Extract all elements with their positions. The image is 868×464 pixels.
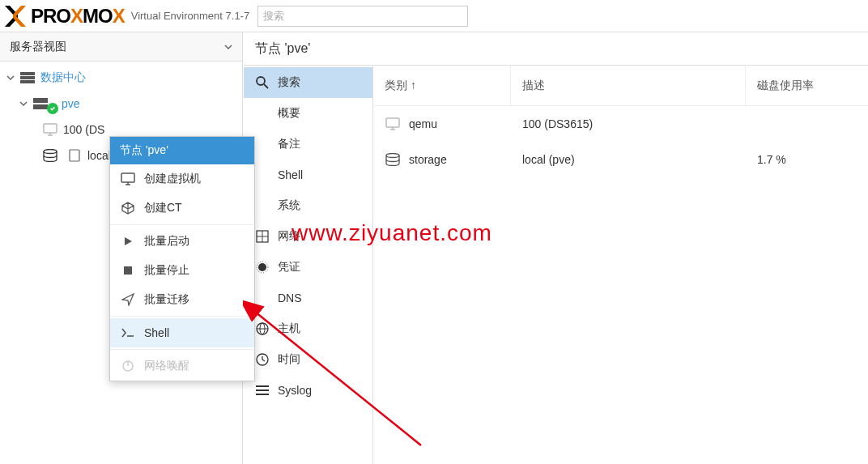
storage-icon — [385, 153, 401, 166]
tree-node-pve[interactable]: pve — [0, 91, 242, 117]
svg-rect-3 — [33, 98, 48, 103]
menu-label: Syslog — [278, 384, 312, 397]
header: PROXMOX Virtual Environment 7.1-7 — [0, 0, 868, 32]
menu-dns[interactable]: DNS — [244, 283, 372, 313]
context-menu: 节点 'pve' 创建虚拟机 创建CT 批量启动 批量停止 批量迁移 — [109, 136, 255, 381]
tree-datacenter[interactable]: 数据中心 — [0, 65, 242, 91]
brand-text: PROXMOX — [31, 5, 125, 28]
cube-icon — [120, 202, 136, 215]
menu-label: DNS — [278, 292, 302, 304]
svg-line-29 — [262, 360, 265, 361]
context-menu-title: 节点 'pve' — [110, 137, 254, 164]
th-desc[interactable]: 描述 — [511, 66, 746, 105]
monitor-icon — [385, 117, 401, 130]
table-row[interactable]: qemu 100 (DS3615) — [373, 106, 868, 142]
svg-rect-13 — [124, 266, 132, 275]
cert-icon — [255, 261, 270, 274]
menu-search[interactable]: 搜索 — [244, 67, 372, 98]
menu-time[interactable]: 时间 — [244, 344, 372, 375]
cm-bulk-start[interactable]: 批量启动 — [110, 227, 254, 256]
list-icon — [255, 385, 270, 396]
menu-cert[interactable]: 凭证 — [244, 252, 372, 283]
cm-bulk-stop[interactable]: 批量停止 — [110, 256, 254, 285]
search-input[interactable] — [257, 6, 468, 27]
stop-icon — [120, 265, 136, 276]
svg-rect-5 — [44, 124, 57, 133]
th-disk[interactable]: 磁盘使用率 — [746, 66, 868, 105]
cm-label: 批量迁移 — [144, 292, 189, 307]
cm-shell[interactable]: Shell — [110, 318, 254, 347]
cell-desc: 100 (DS3615) — [522, 117, 593, 130]
cm-create-vm[interactable]: 创建虚拟机 — [110, 164, 254, 194]
resource-table: 类别 ↑ 描述 磁盘使用率 qemu 100 (DS3615) storage — [373, 66, 868, 464]
menu-label: 网络 — [278, 229, 300, 244]
monitor-icon — [42, 123, 58, 136]
cm-label: 网络唤醒 — [144, 359, 189, 373]
separator — [110, 316, 254, 317]
menu-label: 时间 — [278, 352, 300, 367]
svg-rect-1 — [20, 76, 35, 79]
separator — [110, 349, 254, 350]
th-type[interactable]: 类别 ↑ — [373, 66, 511, 105]
cell-type: qemu — [409, 117, 437, 130]
cm-create-ct[interactable]: 创建CT — [110, 194, 254, 223]
play-icon — [120, 236, 136, 247]
status-online-icon — [47, 103, 58, 114]
svg-rect-2 — [20, 80, 35, 83]
svg-rect-4 — [33, 104, 48, 109]
menu-system[interactable]: 系统 — [244, 190, 372, 221]
chevron-down-icon — [224, 43, 232, 51]
terminal-icon — [120, 328, 136, 338]
menu-hosts[interactable]: 主机 — [244, 313, 372, 344]
table-row[interactable]: storage local (pve) 1.7 % — [373, 142, 868, 177]
cm-bulk-migrate[interactable]: 批量迁移 — [110, 285, 254, 314]
menu-shell[interactable]: Shell — [244, 160, 372, 190]
send-icon — [120, 293, 136, 306]
menu-label: 系统 — [278, 198, 300, 213]
table-header: 类别 ↑ 描述 磁盘使用率 — [373, 66, 868, 106]
menu-notes[interactable]: 备注 — [244, 129, 372, 160]
sidebar: 服务器视图 数据中心 pve 100 (DS — [0, 32, 243, 464]
cell-desc: local (pve) — [522, 153, 575, 166]
separator — [110, 224, 254, 225]
cm-label: 创建CT — [144, 201, 182, 215]
logo-x-icon — [3, 4, 28, 28]
monitor-icon — [120, 172, 136, 185]
node-menu: 搜索 概要 备注 Shell 系统 — [244, 66, 373, 464]
svg-rect-10 — [121, 173, 134, 182]
content-title: 节点 'pve' — [244, 32, 868, 65]
cell-disk: 1.7 % — [757, 153, 786, 166]
content-panel: 节点 'pve' 搜索 概要 备注 Shell — [243, 32, 868, 464]
server-icon — [32, 98, 49, 109]
menu-label: 备注 — [278, 137, 300, 151]
disk-icon — [66, 149, 83, 162]
server-icon — [19, 72, 36, 83]
version-label: Virtual Environment 7.1-7 — [131, 10, 249, 22]
menu-label: Shell — [278, 168, 303, 181]
svg-point-17 — [257, 77, 265, 85]
cm-wake-on-lan: 网络唤醒 — [110, 351, 254, 381]
svg-rect-33 — [386, 118, 399, 127]
svg-point-8 — [44, 150, 57, 154]
server-view-selector[interactable]: 服务器视图 — [0, 32, 242, 62]
power-icon — [120, 360, 136, 372]
menu-label: 凭证 — [278, 260, 300, 275]
menu-network[interactable]: 网络 — [244, 221, 372, 252]
menu-syslog[interactable]: Syslog — [244, 375, 372, 406]
search-icon — [255, 76, 270, 89]
logo: PROXMOX — [3, 4, 125, 28]
clock-icon — [255, 353, 270, 366]
globe-icon — [255, 322, 270, 335]
cm-label: 批量停止 — [144, 263, 189, 278]
network-icon — [255, 230, 270, 243]
svg-rect-0 — [20, 72, 35, 75]
storage-icon — [42, 149, 58, 162]
menu-summary[interactable]: 概要 — [244, 98, 372, 129]
tree-label: 100 (DS — [63, 123, 104, 136]
svg-line-18 — [264, 84, 268, 88]
tree-label: 数据中心 — [40, 70, 86, 85]
menu-label: 主机 — [278, 321, 300, 336]
svg-rect-9 — [70, 150, 79, 161]
chevron-down-icon — [6, 71, 18, 84]
menu-label: 搜索 — [278, 75, 300, 90]
